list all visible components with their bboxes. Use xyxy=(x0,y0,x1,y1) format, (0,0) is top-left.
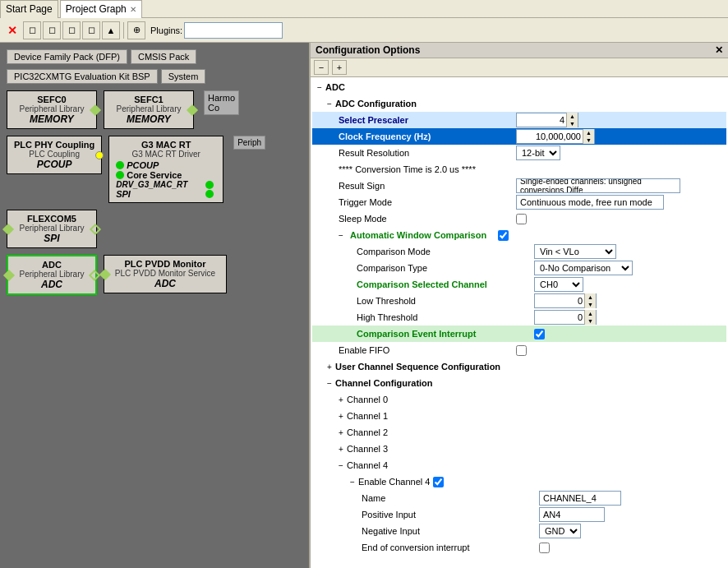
toolbar-btn-5[interactable]: ▲ xyxy=(102,21,120,39)
channel4-neg-label: Negative Input xyxy=(358,526,539,536)
toolbar-btn-1[interactable]: ◻ xyxy=(23,21,41,39)
low-threshold-up[interactable]: ▲ xyxy=(584,293,596,301)
top-buttons: Device Family Pack (DFP) CMSIS Pack xyxy=(7,49,302,64)
comparison-channel-label: Comparison Selected Channel xyxy=(353,279,534,289)
prescaler-up-btn[interactable]: ▲ xyxy=(566,113,578,120)
clock-freq-input[interactable] xyxy=(517,130,583,143)
channel4-neg-select[interactable]: GND AN1 xyxy=(539,524,581,538)
sleep-mode-label: Sleep Mode xyxy=(335,214,516,224)
clock-freq-spinbox-btns: ▲ ▼ xyxy=(583,129,594,144)
dot-green-core xyxy=(116,171,124,179)
node-sefc1-type: MEMORY xyxy=(111,113,187,125)
channel-3-row: + Channel 3 xyxy=(312,441,726,457)
pvdd-left-conn xyxy=(99,268,111,279)
adc-expand-icon[interactable]: − xyxy=(314,81,325,93)
toolbar-btn-4[interactable]: ◻ xyxy=(82,21,100,39)
comparison-type-label: Comparison Type xyxy=(353,263,534,273)
result-sign-row: Result Sign Single-ended channels: unsig… xyxy=(312,178,726,194)
system-button[interactable]: System xyxy=(161,69,206,84)
user-channel-seq-expand[interactable]: + xyxy=(324,361,335,372)
channel-config-label: Channel Configuration xyxy=(335,378,433,388)
auto-window-checkbox[interactable] xyxy=(498,230,509,241)
config-close-icon[interactable]: ✕ xyxy=(715,44,723,56)
high-threshold-input[interactable] xyxy=(535,311,584,324)
dot-green-drv xyxy=(205,181,214,189)
sleep-mode-checkbox[interactable] xyxy=(516,214,527,224)
config-body: − ADC − ADC Configuration Select Prescal… xyxy=(311,77,728,568)
conv-time-row: **** Conversion Time is 2.0 us **** xyxy=(312,161,726,178)
prescaler-input[interactable] xyxy=(517,113,566,127)
toolbar-btn-3[interactable]: ◻ xyxy=(62,21,81,39)
resolution-row: Result Resolution 12-bit 10-bit 8-bit xyxy=(312,145,726,161)
config-title: Configuration Options xyxy=(316,44,420,56)
node-g3-sub: G3 MAC RT Driver xyxy=(116,150,216,159)
comparison-mode-select[interactable]: Vin < VLo Vin > VHi xyxy=(534,244,616,259)
comp-event-checkbox[interactable] xyxy=(534,329,545,339)
channel-2-expand[interactable]: + xyxy=(335,427,347,438)
node-plc-phy[interactable]: PLC PHY Coupling PLC Coupling PCOUP xyxy=(7,136,102,174)
low-threshold-label: Low Threshold xyxy=(353,296,534,306)
comparison-type-select[interactable]: 0-No Comparison 1-Comparison xyxy=(534,261,633,275)
toolbar-btn-2[interactable]: ◻ xyxy=(43,21,61,39)
clock-freq-down-btn[interactable]: ▼ xyxy=(583,136,594,144)
low-threshold-spinbox: ▲ ▼ xyxy=(534,293,597,308)
left-panel-inner: Device Family Pack (DFP) CMSIS Pack PIC3… xyxy=(0,43,309,308)
tab-project-graph[interactable]: Project Graph ✕ xyxy=(60,0,142,18)
channel4-pos-value: AN4 xyxy=(539,507,605,522)
node-pvdd-type: ADC xyxy=(111,278,219,289)
tab-project-graph-close[interactable]: ✕ xyxy=(130,5,136,14)
config-expand-btn[interactable]: + xyxy=(332,60,347,75)
high-threshold-row: High Threshold ▲ ▼ xyxy=(312,309,726,326)
auto-window-expand[interactable]: − xyxy=(335,229,347,241)
enable-channel-4-checkbox[interactable] xyxy=(433,477,444,487)
high-threshold-up[interactable]: ▲ xyxy=(584,310,596,317)
channel-4-label: Channel 4 xyxy=(347,460,388,470)
config-collapse-btn[interactable]: − xyxy=(314,60,329,75)
enable-fifo-checkbox[interactable] xyxy=(516,345,527,356)
resolution-select[interactable]: 12-bit 10-bit 8-bit xyxy=(516,145,560,160)
node-plc-phy-sub: PLC Coupling xyxy=(14,150,94,159)
comparison-channel-select[interactable]: CH0 CH1 CH2 xyxy=(534,277,583,292)
node-adc-type: ADC xyxy=(15,279,89,290)
node-adc[interactable]: ADC Peripheral Library ADC xyxy=(7,255,97,295)
low-threshold-down[interactable]: ▼ xyxy=(584,301,596,308)
channel4-eoc-checkbox[interactable] xyxy=(539,543,550,553)
low-threshold-input[interactable] xyxy=(535,294,584,307)
prescaler-down-btn[interactable]: ▼ xyxy=(566,120,578,127)
comparison-mode-label: Comparison Mode xyxy=(353,247,534,256)
node-sefc1-connector xyxy=(187,104,198,115)
g3-drv-label: DRV_G3_MAC_RT xyxy=(116,180,187,189)
toolbar-separator xyxy=(123,22,124,39)
node-g3-title: G3 MAC RT xyxy=(116,140,216,150)
plugins-icon-btn[interactable]: ⊕ xyxy=(127,21,145,39)
undo-button[interactable]: ✕ xyxy=(3,21,21,39)
clock-freq-up-btn[interactable]: ▲ xyxy=(583,129,594,136)
tab-start-page[interactable]: Start Page xyxy=(0,0,58,18)
node-flexcom5[interactable]: FLEXCOM5 Peripheral Library SPI xyxy=(7,210,97,248)
adc-section-row: − ADC xyxy=(312,79,726,95)
adc-config-expand-icon[interactable]: − xyxy=(324,98,335,109)
channel-config-expand[interactable]: − xyxy=(324,377,335,389)
channel-3-label: Channel 3 xyxy=(347,444,388,454)
kit-bsp-button[interactable]: PIC32CXMTG Evaluation Kit BSP xyxy=(7,69,158,84)
node-sefc0[interactable]: SEFC0 Peripheral Library MEMORY xyxy=(7,90,97,129)
channel-1-expand[interactable]: + xyxy=(335,410,347,422)
channel4-name-row: Name CHANNEL_4 xyxy=(312,490,726,506)
enable-channel-4-expand[interactable]: − xyxy=(347,476,358,487)
node-g3-mac-rt[interactable]: G3 MAC RT G3 MAC RT Driver PCOUP Core Se… xyxy=(108,136,223,203)
comparison-channel-row: Comparison Selected Channel CH0 CH1 CH2 xyxy=(312,276,726,293)
channel-0-expand[interactable]: + xyxy=(335,394,347,405)
comparison-type-row: Comparison Type 0-No Comparison 1-Compar… xyxy=(312,260,726,276)
channel-0-row: + Channel 0 xyxy=(312,391,726,408)
channel4-neg-input-row: Negative Input GND AN1 xyxy=(312,523,726,539)
node-sefc1[interactable]: SEFC1 Peripheral Library MEMORY xyxy=(104,90,194,129)
channel-1-label: Channel 1 xyxy=(347,411,388,421)
channel-3-expand[interactable]: + xyxy=(335,443,347,455)
channel-4-expand[interactable]: − xyxy=(335,459,347,471)
plugins-input[interactable] xyxy=(184,22,283,39)
device-family-pack-button[interactable]: Device Family Pack (DFP) xyxy=(7,49,127,64)
user-channel-seq-label: User Channel Sequence Configuration xyxy=(335,362,500,372)
node-plc-pvdd[interactable]: PLC PVDD Monitor PLC PVDD Monitor Servic… xyxy=(104,255,227,293)
high-threshold-down[interactable]: ▼ xyxy=(584,317,596,325)
cmsis-pack-button[interactable]: CMSIS Pack xyxy=(131,49,196,64)
